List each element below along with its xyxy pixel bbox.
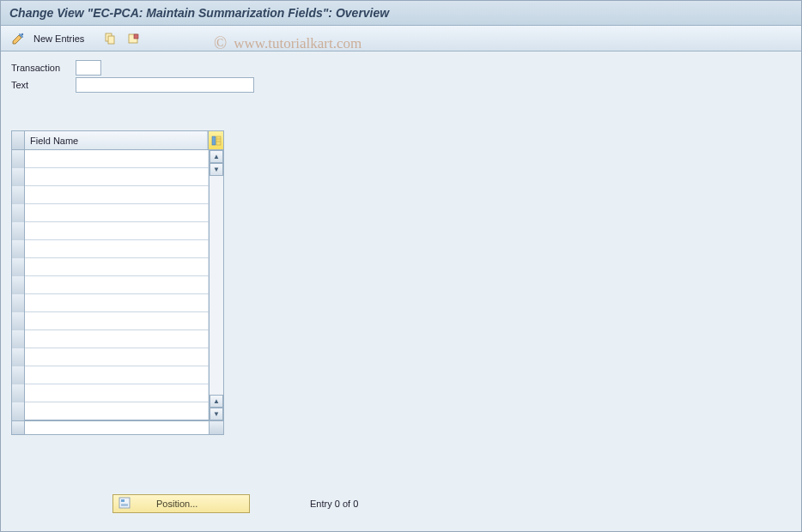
grid-scroll-corner: [209, 421, 223, 434]
table-row: [12, 150, 209, 168]
field-name-cell[interactable]: [25, 384, 209, 402]
field-name-cell[interactable]: [25, 204, 209, 221]
row-select-handle[interactable]: [12, 402, 25, 420]
field-name-cell[interactable]: [25, 150, 209, 167]
toggle-display-change-icon[interactable]: [9, 30, 27, 47]
table-row: [12, 312, 209, 330]
scroll-down-icon[interactable]: ▼: [210, 163, 223, 176]
entry-count-label: Entry 0 of 0: [310, 499, 358, 509]
text-label: Text: [11, 78, 76, 92]
row-select-handle[interactable]: [12, 312, 25, 330]
row-select-handle[interactable]: [12, 204, 25, 222]
svg-rect-11: [121, 504, 128, 506]
field-name-cell[interactable]: [25, 240, 209, 257]
field-name-cell[interactable]: [25, 258, 209, 275]
svg-rect-2: [108, 36, 114, 44]
transaction-label: Transaction: [11, 61, 76, 75]
row-select-handle[interactable]: [12, 330, 25, 348]
column-header-field-name[interactable]: Field Name: [25, 131, 208, 149]
scroll-track[interactable]: [210, 176, 223, 395]
row-select-handle[interactable]: [12, 276, 25, 294]
text-input[interactable]: [76, 77, 254, 93]
field-name-cell[interactable]: [25, 222, 209, 239]
row-select-handle[interactable]: [12, 240, 25, 258]
svg-rect-9: [119, 498, 130, 508]
grid-footer-fill: [25, 421, 209, 434]
row-select-handle[interactable]: [12, 348, 25, 366]
row-select-handle[interactable]: [12, 294, 25, 312]
field-name-cell[interactable]: [25, 294, 209, 311]
table-row: [12, 384, 209, 402]
field-name-cell[interactable]: [25, 348, 209, 366]
grid-footer-handle: [12, 421, 25, 434]
vertical-scrollbar[interactable]: ▲ ▼ ▲ ▼: [209, 150, 223, 420]
svg-rect-4: [134, 34, 138, 39]
table-row: [12, 222, 209, 240]
field-name-cell[interactable]: [25, 402, 209, 420]
scroll-up-bottom-icon[interactable]: ▲: [210, 395, 223, 408]
copy-icon[interactable]: [101, 30, 118, 47]
field-name-cell[interactable]: [25, 330, 209, 348]
select-all-handle[interactable]: [12, 131, 25, 149]
new-entries-button[interactable]: New Entries: [33, 33, 84, 44]
bottom-bar: Position... Entry 0 of 0: [1, 493, 801, 514]
field-name-grid: Field Name ▲ ▼ ▲ ▼: [11, 130, 224, 435]
field-name-cell[interactable]: [25, 312, 209, 329]
table-row: [12, 330, 209, 348]
toolbar: New Entries: [1, 26, 801, 51]
position-button-label: Position...: [156, 499, 197, 509]
position-button[interactable]: Position...: [112, 494, 250, 513]
form-area: Transaction Text: [1, 51, 801, 98]
table-row: [12, 168, 209, 186]
table-row: [12, 294, 209, 312]
svg-point-0: [21, 33, 23, 34]
row-select-handle[interactable]: [12, 150, 25, 168]
table-row: [12, 258, 209, 276]
row-select-handle[interactable]: [12, 366, 25, 384]
row-select-handle[interactable]: [12, 168, 25, 186]
table-row: [12, 366, 209, 384]
field-name-cell[interactable]: [25, 276, 209, 293]
title-text: Change View "EC-PCA: Maintain Summarizat…: [9, 6, 389, 20]
transaction-input[interactable]: [76, 60, 101, 76]
scroll-down-bottom-icon[interactable]: ▼: [210, 408, 223, 420]
scroll-up-icon[interactable]: ▲: [210, 150, 223, 163]
table-row: [12, 348, 209, 366]
table-row: [12, 186, 209, 204]
svg-rect-6: [216, 136, 221, 145]
table-row: [12, 276, 209, 294]
svg-rect-5: [212, 136, 216, 145]
field-name-cell[interactable]: [25, 168, 209, 185]
table-row: [12, 240, 209, 258]
row-select-handle[interactable]: [12, 222, 25, 240]
position-icon: [118, 497, 131, 511]
table-settings-icon[interactable]: [208, 131, 223, 149]
row-select-handle[interactable]: [12, 258, 25, 276]
delimit-icon[interactable]: [125, 30, 143, 47]
svg-rect-10: [121, 499, 125, 502]
table-row: [12, 204, 209, 222]
page-title: Change View "EC-PCA: Maintain Summarizat…: [1, 1, 801, 26]
row-select-handle[interactable]: [12, 384, 25, 402]
row-select-handle[interactable]: [12, 186, 25, 204]
field-name-cell[interactable]: [25, 186, 209, 203]
table-row: [12, 402, 209, 420]
field-name-cell[interactable]: [25, 366, 209, 384]
